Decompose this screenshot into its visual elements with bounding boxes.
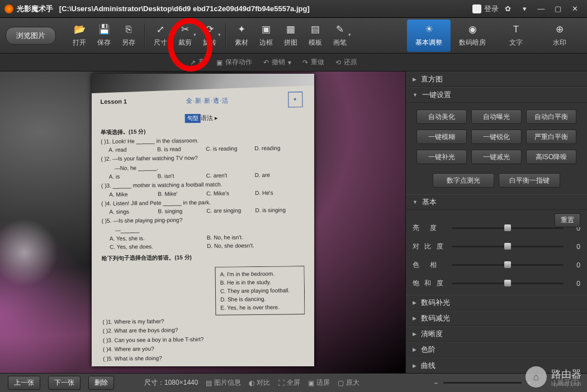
main-area: Lesson 1 全·新·新·透·活 ✦ 句型语法 ▸ 单项选择。(15 分) … — [0, 71, 587, 373]
save-button[interactable]: 💾保存 — [92, 20, 116, 52]
frame-icon: ▣ — [261, 24, 272, 35]
basic-icon: ☀ — [423, 24, 434, 35]
contrast-slider[interactable]: 对 比 度0 — [413, 242, 580, 251]
chevron-right-icon: ▶ — [413, 331, 416, 337]
main-toolbar: 浏览图片 📂打开 💾保存 ⎘另存 ⤢尺寸 ✂裁剪 ⟳旋转 ✦素材 ▣边框 ▦拼图… — [0, 18, 587, 54]
hue-slider[interactable]: 色 相0 — [413, 260, 580, 270]
titlebar: 光影魔术手 [C:\Users\Administrator\Desktop\d6… — [0, 0, 587, 18]
rotate-button[interactable]: ⟳旋转 — [197, 20, 222, 52]
frame-button[interactable]: ▣边框 — [254, 20, 278, 52]
saturation-slider[interactable]: 饱 和 度0 — [413, 279, 580, 288]
compare-button[interactable]: ◐ 对比 — [249, 378, 270, 388]
next-button[interactable]: 下一张 — [48, 376, 81, 390]
section1-title: 单项选择。(15 分) — [100, 128, 145, 135]
sliders-body: 重置 亮 度0 对 比 度0 色 相0 饱 和 度0 — [406, 210, 587, 295]
app-icon — [4, 4, 13, 13]
basic-adjust-tab[interactable]: ☀基本调整 — [407, 20, 451, 52]
oneclick-section[interactable]: ▼一键设置 — [406, 87, 587, 103]
histogram-section[interactable]: ▶直方图 — [406, 71, 587, 87]
crop-icon: ✂ — [179, 24, 191, 35]
oneclick-body: 自动美化自动曝光自动白平衡 一键模糊一键锐化严重白平衡 一键补光一键减光高ISO… — [406, 103, 587, 194]
maximize-button[interactable]: ▢ — [550, 3, 566, 15]
text-icon: T — [510, 24, 522, 35]
slider-thumb[interactable] — [504, 243, 511, 250]
chevron-right-icon: ▶ — [413, 300, 416, 305]
slider-thumb[interactable] — [504, 280, 511, 286]
size-button[interactable]: ⤢尺寸 — [148, 20, 173, 52]
auto-beautify-button[interactable]: 自动美化 — [416, 109, 467, 124]
browse-button[interactable]: 浏览图片 — [6, 27, 56, 45]
separator — [225, 23, 226, 48]
blur-button[interactable]: 一键模糊 — [416, 130, 467, 144]
material-button[interactable]: ✦素材 — [229, 20, 254, 52]
login-link[interactable]: 登录 — [484, 4, 499, 14]
levels-section[interactable]: ▶色阶 — [406, 342, 587, 357]
chevron-right-icon: ▶ — [413, 347, 416, 352]
collage-icon: ▦ — [285, 24, 296, 35]
restore-button[interactable]: ⟲ 还原 — [335, 58, 357, 67]
doc-sub: 全·新·新·透·活 — [186, 96, 229, 105]
crop-button[interactable]: ✂裁剪 — [173, 20, 197, 52]
wb-onekey-button[interactable]: 白平衡一指键 — [499, 173, 560, 188]
brush-button[interactable]: ✎画笔 — [328, 20, 352, 52]
digital-fill-section[interactable]: ▶数码补光 — [406, 295, 587, 310]
grammar-tag: 句型 — [185, 114, 201, 123]
saveas-icon: ⎘ — [123, 24, 134, 35]
slider-thumb[interactable] — [504, 224, 511, 231]
doc-lesson: Lesson 1 — [100, 98, 127, 104]
watermark-tab[interactable]: ⊕水印 — [538, 20, 581, 52]
slider-thumb[interactable] — [504, 261, 511, 268]
template-button[interactable]: ▤模板 — [303, 20, 328, 52]
auto-wb-button[interactable]: 自动白平衡 — [526, 109, 576, 124]
fullscreen-button[interactable]: ⛶ 全屏 — [278, 378, 300, 388]
prev-button[interactable]: 上一张 — [8, 376, 40, 390]
avatar-icon[interactable] — [472, 4, 481, 13]
side-panel: ▶直方图 ▼一键设置 自动美化自动曝光自动白平衡 一键模糊一键锐化严重白平衡 一… — [405, 71, 587, 373]
iso-noise-button[interactable]: 高ISO降噪 — [526, 150, 576, 164]
chevron-right-icon: ▶ — [413, 363, 416, 369]
saveaction-button[interactable]: ▣ 保存动作 — [216, 58, 252, 67]
status-bar: 上一张 下一张 删除 尺寸：1080×1440 ▤ 图片信息 ◐ 对比 ⛶ 全屏… — [0, 373, 587, 392]
digital-reduce-section[interactable]: ▶数码减光 — [406, 310, 587, 326]
router-icon: ⌂ — [526, 366, 547, 388]
sharpen-button[interactable]: 一键锐化 — [471, 130, 522, 144]
open-icon: 📂 — [74, 24, 85, 35]
chevron-right-icon: ▶ — [413, 315, 416, 321]
original-button[interactable]: ▢ 原大 — [338, 378, 359, 388]
image-preview: Lesson 1 全·新·新·透·活 ✦ 句型语法 ▸ 单项选择。(15 分) … — [92, 74, 314, 366]
reduce-light-button[interactable]: 一键减光 — [471, 150, 522, 164]
saveas-button[interactable]: ⎘另存 — [116, 20, 141, 52]
chevron-right-icon: ▶ — [413, 77, 416, 82]
material-icon: ✦ — [236, 24, 247, 35]
chevron-down-icon: ▼ — [413, 199, 418, 205]
section2-title: 给下列句子选择合适的答语。(15 分) — [102, 254, 192, 261]
fill-light-button[interactable]: 一键补光 — [416, 150, 467, 164]
collage-button[interactable]: ▦拼图 — [278, 20, 303, 52]
close-button[interactable]: ✕ — [567, 3, 583, 15]
dropdown-button[interactable]: ▾ — [517, 3, 532, 15]
watermark-logo: ⌂ 路由器luyouqi.com — [526, 366, 581, 388]
minimize-button[interactable]: — — [533, 3, 549, 15]
basic-section[interactable]: ▼基本 — [406, 194, 587, 210]
open-button[interactable]: 📂打开 — [67, 20, 92, 52]
chevron-down-icon: ▼ — [413, 92, 418, 98]
redo-button[interactable]: ↷ 重做 — [302, 58, 324, 67]
canvas[interactable]: Lesson 1 全·新·新·透·活 ✦ 句型语法 ▸ 单项选择。(15 分) … — [0, 71, 405, 373]
zoom-out-icon[interactable]: − — [434, 379, 438, 387]
darkroom-tab[interactable]: ◉数码暗房 — [451, 20, 494, 52]
strong-wb-button[interactable]: 严重白平衡 — [526, 130, 576, 144]
home-button[interactable]: ✿ — [500, 3, 515, 15]
share-button[interactable]: ↗ 享 — [190, 58, 205, 67]
text-tab[interactable]: T文字 — [494, 20, 538, 52]
watermark-icon: ⊕ — [554, 24, 565, 35]
reset-button[interactable]: 重置 — [555, 213, 580, 227]
app-name: 光影魔术手 — [17, 4, 53, 13]
auto-exposure-button[interactable]: 自动曝光 — [471, 109, 522, 124]
clarity-section[interactable]: ▶清晰度 — [406, 326, 587, 342]
undo-button[interactable]: ↶ 撤销 ▾ — [263, 58, 291, 67]
info-button[interactable]: ▤ 图片信息 — [206, 378, 241, 388]
spot-meter-button[interactable]: 数字点测光 — [433, 173, 494, 188]
file-path: [C:\Users\Administrator\Desktop\d6d9 ebd… — [59, 4, 310, 13]
delete-button[interactable]: 删除 — [88, 376, 114, 390]
fit-button[interactable]: ▣ 适屏 — [308, 378, 330, 388]
